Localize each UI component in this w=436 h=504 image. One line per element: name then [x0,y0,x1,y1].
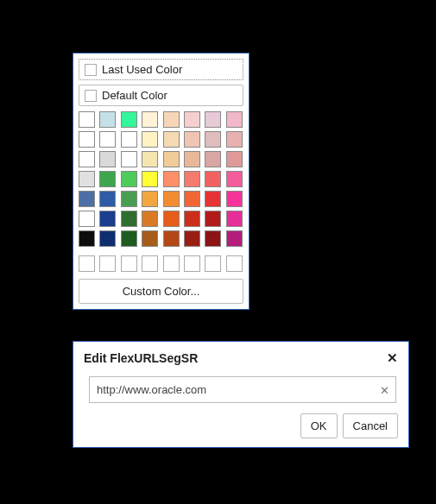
color-swatch[interactable] [142,151,158,167]
color-swatch[interactable] [163,191,180,207]
color-swatch[interactable] [79,151,95,167]
color-swatch[interactable] [184,151,200,167]
color-swatch[interactable] [205,131,221,148]
color-swatch[interactable] [99,171,116,187]
color-swatch[interactable] [99,131,116,148]
color-swatch[interactable] [121,151,137,167]
color-swatch[interactable] [142,131,158,148]
color-swatch[interactable] [226,191,243,207]
recent-swatch[interactable] [142,255,158,272]
color-swatch[interactable] [184,191,200,207]
color-swatch[interactable] [226,111,243,128]
color-swatch[interactable] [79,171,95,187]
default-label: Default Color [102,89,167,102]
color-swatch[interactable] [99,211,116,227]
last-used-color-option[interactable]: Last Used Color [79,59,243,80]
color-swatch[interactable] [205,151,221,167]
recent-swatch[interactable] [226,255,243,272]
color-swatch[interactable] [99,111,116,128]
color-swatch[interactable] [205,171,221,187]
color-swatch[interactable] [99,230,116,247]
color-swatch[interactable] [121,131,137,148]
color-swatch[interactable] [79,211,95,227]
color-swatch[interactable] [205,191,221,207]
recent-swatch[interactable] [121,255,137,272]
color-swatch[interactable] [79,230,95,247]
dialog-header: Edit FlexURLSegSR ✕ [84,350,398,366]
color-swatch[interactable] [121,191,137,207]
color-swatch[interactable] [121,211,137,227]
cancel-button[interactable]: Cancel [343,413,398,438]
recent-swatch[interactable] [79,255,95,272]
color-swatch[interactable] [163,211,180,227]
recent-swatch[interactable] [163,255,180,272]
color-swatch[interactable] [79,131,95,148]
color-swatch[interactable] [226,171,243,187]
color-swatch[interactable] [142,230,158,247]
color-swatch[interactable] [142,171,158,187]
color-swatch[interactable] [226,230,243,247]
recent-colors-row [79,255,243,272]
color-swatch[interactable] [79,191,95,207]
color-swatch[interactable] [121,230,137,247]
color-swatch[interactable] [163,230,180,247]
color-swatch[interactable] [205,211,221,227]
color-swatch[interactable] [142,191,158,207]
last-used-label: Last Used Color [102,63,182,76]
color-swatch[interactable] [121,171,137,187]
recent-swatch[interactable] [99,255,116,272]
color-swatch[interactable] [163,151,180,167]
color-swatch[interactable] [163,111,180,128]
color-swatch[interactable] [99,191,116,207]
swatch-grid [79,111,243,247]
clear-input-icon[interactable]: ✕ [380,383,389,396]
default-swatch [85,90,97,102]
edit-url-dialog: Edit FlexURLSegSR ✕ ✕ OK Cancel [73,341,409,448]
dialog-buttons: OK Cancel [84,413,398,438]
color-swatch[interactable] [205,111,221,128]
color-swatch[interactable] [99,151,116,167]
color-swatch[interactable] [121,111,137,128]
color-swatch[interactable] [142,211,158,227]
default-color-option[interactable]: Default Color [79,85,243,106]
color-swatch[interactable] [184,131,200,148]
recent-swatch[interactable] [205,255,221,272]
dialog-title: Edit FlexURLSegSR [84,351,198,365]
url-input[interactable] [89,376,396,403]
color-swatch[interactable] [205,230,221,247]
last-used-swatch [85,64,97,76]
ok-button[interactable]: OK [300,413,338,438]
color-swatch[interactable] [79,111,95,128]
color-swatch[interactable] [226,131,243,148]
color-swatch[interactable] [163,131,180,148]
color-swatch[interactable] [184,230,200,247]
color-swatch[interactable] [184,171,200,187]
color-swatch[interactable] [142,111,158,128]
custom-color-button[interactable]: Custom Color... [79,279,243,304]
close-icon[interactable]: ✕ [387,350,398,366]
color-picker-panel: Last Used Color Default Color Custom Col… [73,53,250,310]
color-swatch[interactable] [226,151,243,167]
color-swatch[interactable] [163,171,180,187]
color-swatch[interactable] [226,211,243,227]
url-input-wrap: ✕ [89,376,396,403]
color-swatch[interactable] [184,111,200,128]
color-swatch[interactable] [184,211,200,227]
recent-swatch[interactable] [184,255,200,272]
